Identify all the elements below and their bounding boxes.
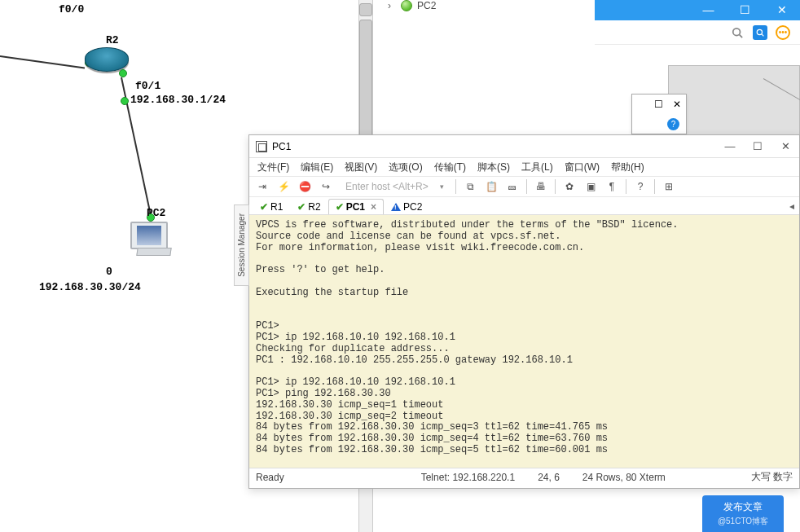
label-f01: f0/1 bbox=[135, 80, 160, 92]
status-cursor: 24, 6 bbox=[538, 472, 560, 483]
svg-point-0 bbox=[733, 28, 741, 35]
connect-icon[interactable]: ⇥ bbox=[253, 178, 272, 196]
label-pc2: PC2 bbox=[147, 207, 165, 219]
svg-point-2 bbox=[757, 29, 762, 34]
menu-edit[interactable]: 编辑(E) bbox=[301, 160, 333, 174]
close-icon[interactable]: ✕ bbox=[771, 135, 799, 158]
reconnect-icon[interactable]: ↪ bbox=[316, 178, 336, 196]
tabs-overflow-icon[interactable]: ◂ bbox=[785, 200, 799, 212]
tab-pc1[interactable]: ✔PC1× bbox=[328, 199, 384, 214]
link-r1-r2 bbox=[0, 55, 85, 69]
search-area: ••• bbox=[595, 20, 800, 45]
svg-line-1 bbox=[740, 34, 743, 37]
paste-icon[interactable]: 📋 bbox=[481, 178, 501, 196]
options-icon[interactable]: ¶ bbox=[602, 178, 622, 196]
menu-view[interactable]: 视图(V) bbox=[345, 160, 377, 174]
help-icon[interactable]: ? bbox=[667, 118, 679, 130]
globe-icon bbox=[401, 0, 412, 11]
pc1-window: Session Manager PC1 — ☐ ✕ 文件(F) 编辑(E) 视图… bbox=[248, 134, 800, 489]
more-icon[interactable]: ••• bbox=[776, 25, 790, 40]
titlebar[interactable]: PC1 — ☐ ✕ bbox=[249, 135, 799, 158]
session-options-icon[interactable]: ⊞ bbox=[659, 178, 679, 196]
statusbar: Ready Telnet: 192.168.220.1 24, 6 24 Row… bbox=[249, 468, 799, 486]
label-r2: R2 bbox=[106, 34, 119, 46]
settings-icon[interactable]: ✿ bbox=[560, 178, 579, 196]
node-pc2[interactable] bbox=[130, 222, 171, 256]
window-title: PC1 bbox=[272, 141, 291, 152]
status-ime: 大写 数字 bbox=[751, 470, 793, 484]
menu-file[interactable]: 文件(F) bbox=[257, 160, 289, 174]
tab-r1[interactable]: ✔R1 bbox=[253, 199, 290, 214]
check-icon: ✔ bbox=[260, 201, 268, 213]
port-dot bbox=[121, 97, 129, 105]
minimize-icon[interactable]: — bbox=[716, 135, 744, 158]
toolbar: ⇥ ⚡ ⛔ ↪ Enter host <Alt+R> ⧉ 📋 🝙 🖶 ✿ ▣ ¶… bbox=[249, 176, 799, 197]
maximize-icon[interactable]: ☐ bbox=[744, 135, 771, 158]
new-window-icon[interactable]: ▣ bbox=[581, 178, 600, 196]
quick-connect-icon[interactable]: ⚡ bbox=[274, 178, 293, 196]
minimize-icon[interactable]: — bbox=[690, 0, 727, 20]
session-tabs: ✔R1 ✔R2 ✔PC1× PC2 ◂ bbox=[249, 197, 799, 215]
device-tree[interactable]: ›PC2 bbox=[373, 0, 593, 18]
svg-line-3 bbox=[762, 33, 764, 36]
check-icon: ✔ bbox=[336, 201, 344, 213]
status-telnet: Telnet: 192.168.220.1 bbox=[421, 472, 515, 483]
router-r2[interactable] bbox=[85, 47, 129, 72]
menu-tools[interactable]: 工具(L) bbox=[521, 160, 553, 174]
print-icon[interactable]: 🖶 bbox=[531, 178, 551, 196]
menu-script[interactable]: 脚本(S) bbox=[477, 160, 510, 174]
copy-icon[interactable]: ⧉ bbox=[460, 178, 480, 196]
person-icon[interactable] bbox=[753, 25, 767, 40]
background-window-titlebar: ✕ ☐ — bbox=[595, 0, 800, 20]
preview-pane bbox=[668, 65, 800, 141]
label-f00: f0/0 bbox=[59, 3, 84, 15]
menubar: 文件(F) 编辑(E) 视图(V) 选项(O) 传输(T) 脚本(S) 工具(L… bbox=[249, 158, 799, 176]
app-icon bbox=[256, 141, 267, 152]
session-manager-tab[interactable]: Session Manager bbox=[234, 204, 249, 286]
tab-r2[interactable]: ✔R2 bbox=[290, 199, 327, 214]
help-icon[interactable]: ? bbox=[631, 178, 650, 196]
warning-icon bbox=[391, 203, 401, 211]
host-input[interactable]: Enter host <Alt+R> bbox=[342, 179, 446, 194]
search-icon[interactable] bbox=[730, 25, 745, 40]
close-icon[interactable]: ✕ bbox=[763, 0, 800, 20]
label-zero: 0 bbox=[106, 266, 112, 278]
menu-options[interactable]: 选项(O) bbox=[389, 160, 422, 174]
find-icon[interactable]: 🝙 bbox=[503, 178, 522, 196]
menu-transfer[interactable]: 传输(T) bbox=[434, 160, 466, 174]
menu-help[interactable]: 帮助(H) bbox=[611, 160, 644, 174]
maximize-icon[interactable]: ☐ bbox=[654, 99, 663, 110]
menu-window[interactable]: 窗口(W) bbox=[565, 160, 600, 174]
small-window: ☐ ✕ ? bbox=[631, 94, 687, 134]
port-dot bbox=[119, 69, 127, 77]
publish-button[interactable]: 发布文章 @51CTO博客 bbox=[702, 495, 784, 532]
tab-close-icon[interactable]: × bbox=[371, 201, 376, 213]
status-ready: Ready bbox=[256, 472, 284, 483]
close-icon[interactable]: ✕ bbox=[673, 99, 681, 110]
check-icon: ✔ bbox=[297, 201, 305, 213]
status-size: 24 Rows, 80 Xterm bbox=[582, 472, 666, 483]
terminal-output[interactable]: VPCS is free software, distributed under… bbox=[249, 215, 799, 468]
disconnect-icon[interactable]: ⛔ bbox=[295, 178, 314, 196]
tab-pc2[interactable]: PC2 bbox=[384, 199, 429, 214]
label-subnet-pc2: 192.168.30.30/24 bbox=[39, 281, 141, 293]
label-subnet-r2: 192.168.30.1/24 bbox=[130, 94, 226, 106]
maximize-icon[interactable]: ☐ bbox=[727, 0, 763, 20]
